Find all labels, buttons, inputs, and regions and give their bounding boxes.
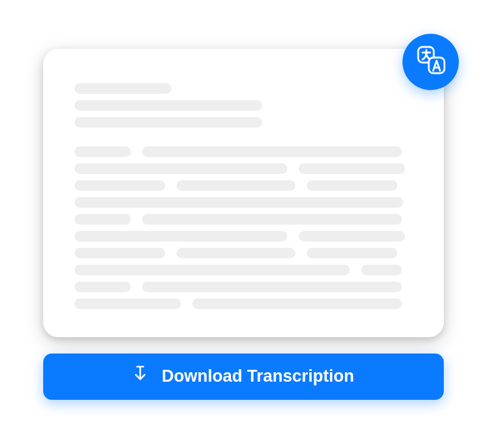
skeleton-line	[74, 298, 181, 309]
transcription-card	[43, 49, 444, 337]
skeleton-line	[74, 146, 131, 157]
skeleton-line	[74, 83, 172, 94]
skeleton-row	[74, 248, 413, 258]
skeleton-row	[74, 282, 413, 292]
skeleton-row	[74, 83, 413, 94]
skeleton-line	[307, 248, 397, 258]
skeleton-row	[74, 214, 413, 225]
transcription-container: Download Transcription	[43, 49, 444, 400]
skeleton-line	[142, 282, 402, 292]
skeleton-line	[74, 180, 165, 191]
skeleton-line	[192, 298, 402, 309]
skeleton-line	[74, 100, 262, 111]
skeleton-line	[74, 248, 165, 258]
skeleton-gap	[74, 134, 413, 140]
skeleton-row	[74, 180, 413, 191]
download-transcription-button[interactable]: Download Transcription	[43, 354, 444, 400]
skeleton-line	[177, 248, 295, 258]
transcription-placeholder	[74, 83, 413, 309]
skeleton-row	[74, 197, 413, 208]
skeleton-line	[177, 180, 295, 191]
skeleton-line	[361, 265, 402, 275]
skeleton-line	[74, 214, 131, 225]
skeleton-row	[74, 265, 413, 275]
skeleton-line	[299, 231, 405, 242]
skeleton-line	[74, 163, 287, 174]
skeleton-row	[74, 100, 413, 111]
skeleton-line	[74, 197, 403, 208]
skeleton-line	[142, 214, 402, 225]
download-icon	[133, 365, 148, 387]
skeleton-line	[74, 231, 287, 242]
skeleton-line	[74, 265, 350, 275]
skeleton-line	[142, 146, 402, 157]
translate-badge[interactable]	[402, 34, 459, 90]
download-button-label: Download Transcription	[161, 367, 354, 386]
skeleton-line	[307, 180, 397, 191]
skeleton-line	[299, 163, 405, 174]
skeleton-line	[74, 117, 262, 128]
skeleton-row	[74, 163, 413, 174]
skeleton-row	[74, 146, 413, 157]
skeleton-line	[74, 282, 131, 292]
translate-icon	[413, 43, 448, 81]
skeleton-row	[74, 298, 413, 309]
skeleton-row	[74, 231, 413, 242]
skeleton-row	[74, 117, 413, 128]
